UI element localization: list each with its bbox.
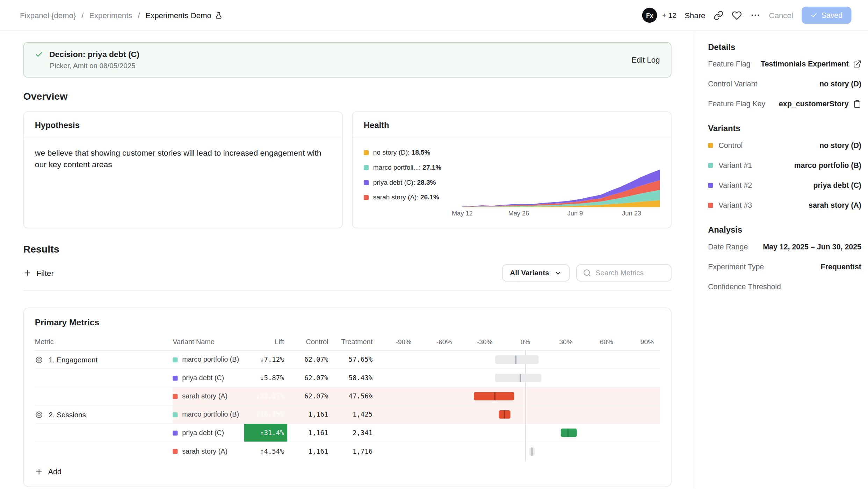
col-lift: Lift <box>244 338 288 346</box>
decision-banner: Decision: priya debt (C) Picker, Amit on… <box>23 42 672 77</box>
confidence-interval-bar <box>495 355 539 364</box>
variant-swatch <box>173 375 178 380</box>
add-metric-button[interactable]: Add <box>35 460 62 484</box>
metrics-rows: 1. Engagementmarco portfolio (B)↓7.12%62… <box>35 351 660 461</box>
mean-tick <box>531 447 533 455</box>
table-row[interactable]: sarah story (A)↑4.54%1,1611,716 <box>35 442 660 460</box>
confidence-interval-cell <box>376 351 660 369</box>
overview-heading: Overview <box>23 91 672 102</box>
confidence-interval-cell <box>376 369 660 387</box>
variant-swatch <box>173 449 178 454</box>
legend-value: 27.1% <box>422 163 441 171</box>
variant-swatch <box>708 203 713 207</box>
breadcrumb-item[interactable]: Experiments <box>89 11 132 20</box>
sidebar-label-text: Feature Flag Key <box>708 99 765 108</box>
saved-button[interactable]: Saved <box>801 7 851 24</box>
breadcrumb: Fixpanel {demo}/Experiments/Experiments … <box>20 11 223 20</box>
top-bar: Fixpanel {demo}/Experiments/Experiments … <box>0 0 868 31</box>
table-row[interactable]: priya debt (C)↓5.87%62.07%58.43% <box>35 369 660 387</box>
variants-rows: Controlno story (D)Variant #1marco portf… <box>708 135 861 215</box>
decision-title: Decision: priya debt (C) <box>49 50 139 59</box>
treatment-value: 58.43% <box>332 369 376 387</box>
sidebar-label-text: Control Variant <box>708 79 757 88</box>
details-sidebar: Details Feature FlagTestimonials Experim… <box>694 31 868 489</box>
sidebar-row-label: Variant #3 <box>708 201 752 209</box>
plus-icon <box>35 468 43 476</box>
breadcrumb-label: Experiments Demo <box>145 11 211 20</box>
legend-value: 18.5% <box>412 149 431 156</box>
heart-icon[interactable] <box>732 10 742 20</box>
external-link-icon[interactable] <box>853 59 861 68</box>
x-axis-label: May 12 <box>452 210 473 217</box>
table-row[interactable]: 2. Sessionsmarco portfolio (B)↓16.25%1,1… <box>35 406 660 424</box>
sidebar-label-text: Variant #3 <box>718 201 752 209</box>
legend-value: 26.1% <box>420 193 439 201</box>
variant-cell: priya debt (C) <box>173 369 244 387</box>
plus-icon <box>23 269 32 277</box>
filter-button[interactable]: Filter <box>23 269 54 277</box>
breadcrumb-separator: / <box>81 11 84 20</box>
details-section: Details Feature FlagTestimonials Experim… <box>708 42 861 113</box>
table-row[interactable]: 1. Engagementmarco portfolio (B)↓7.12%62… <box>35 351 660 369</box>
share-button[interactable]: Share <box>685 11 705 20</box>
legend-swatch <box>364 195 369 200</box>
add-metric-label: Add <box>48 468 62 476</box>
treatment-value: 2,341 <box>332 424 376 442</box>
sidebar-row-value: no story (D) <box>819 79 861 88</box>
legend-label: no story (D): 18.5% <box>373 149 431 156</box>
analysis-heading: Analysis <box>708 225 861 234</box>
main-content: Decision: priya debt (C) Picker, Amit on… <box>0 31 694 489</box>
variants-heading: Variants <box>708 123 861 133</box>
health-x-axis: May 12May 26Jun 9Jun 23 <box>462 210 660 219</box>
mean-tick <box>567 428 569 437</box>
breadcrumb-item[interactable]: Fixpanel {demo} <box>20 11 76 20</box>
metric-cell: 2. Sessions <box>35 406 173 424</box>
zero-line <box>525 387 526 406</box>
hypothesis-card: Hypothesis we believe that showing custo… <box>23 111 343 228</box>
variant-cell: priya debt (C) <box>173 424 244 442</box>
sidebar-label-text: Variant #1 <box>718 161 752 169</box>
details-heading: Details <box>708 42 861 51</box>
details-rows: Feature FlagTestimonials ExperimentContr… <box>708 54 861 114</box>
control-value: 62.07% <box>287 369 332 387</box>
variant-swatch <box>173 430 178 435</box>
mean-tick <box>504 410 505 419</box>
legend-label: priya debt (C): 28.3% <box>373 178 436 186</box>
legend-swatch <box>364 150 369 155</box>
confidence-interval-bar <box>474 392 514 401</box>
analysis-rows: Date RangeMay 12, 2025 – Jun 30, 2025Exp… <box>708 236 861 296</box>
sidebar-value-text: priya debt (C) <box>813 181 861 189</box>
legend-item: no story (D): 18.5% <box>364 149 462 156</box>
collaborators-badge[interactable]: + 12 <box>662 11 677 20</box>
sidebar-row: Confidence Threshold <box>708 277 861 297</box>
health-area-chart: May 12May 26Jun 9Jun 23 <box>462 146 660 221</box>
search-metrics-input[interactable] <box>596 269 661 277</box>
health-legend: no story (D): 18.5%marco portfoli...: 27… <box>364 146 462 221</box>
decision-check-icon <box>35 50 43 58</box>
table-row[interactable]: sarah story (A)↓23.37%62.07%47.56% <box>35 387 660 405</box>
table-row[interactable]: priya debt (C)↑31.4%1,1612,341 <box>35 424 660 442</box>
cancel-button[interactable]: Cancel <box>769 11 793 20</box>
sidebar-row-label: Date Range <box>708 242 748 251</box>
link-icon[interactable] <box>714 10 724 20</box>
avatar[interactable]: Fx <box>642 8 657 23</box>
control-value: 62.07% <box>287 387 332 405</box>
confidence-interval-cell <box>376 406 660 424</box>
health-card: Health no story (D): 18.5%marco portfoli… <box>352 111 672 228</box>
x-axis-label: Jun 9 <box>567 210 583 217</box>
sidebar-value-text: no story (D) <box>819 141 861 149</box>
sidebar-row-value: no story (D) <box>819 141 861 149</box>
confidence-interval-bar <box>560 428 577 437</box>
sidebar-row-label: Experiment Type <box>708 262 764 271</box>
variant-swatch <box>708 163 713 168</box>
more-options-icon[interactable] <box>750 10 761 21</box>
lift-value: ↓16.25% <box>244 406 288 424</box>
breadcrumb-item[interactable]: Experiments Demo <box>145 11 222 20</box>
sidebar-row-value: exp_customerStory <box>779 99 861 108</box>
sidebar-label-text: Date Range <box>708 242 748 251</box>
variants-dropdown[interactable]: All Variants <box>502 264 570 282</box>
lift-value: ↓5.87% <box>244 369 288 387</box>
clipboard-icon[interactable] <box>853 99 861 108</box>
sidebar-row: Variant #2priya debt (C) <box>708 175 861 195</box>
edit-log-button[interactable]: Edit Log <box>631 55 660 64</box>
